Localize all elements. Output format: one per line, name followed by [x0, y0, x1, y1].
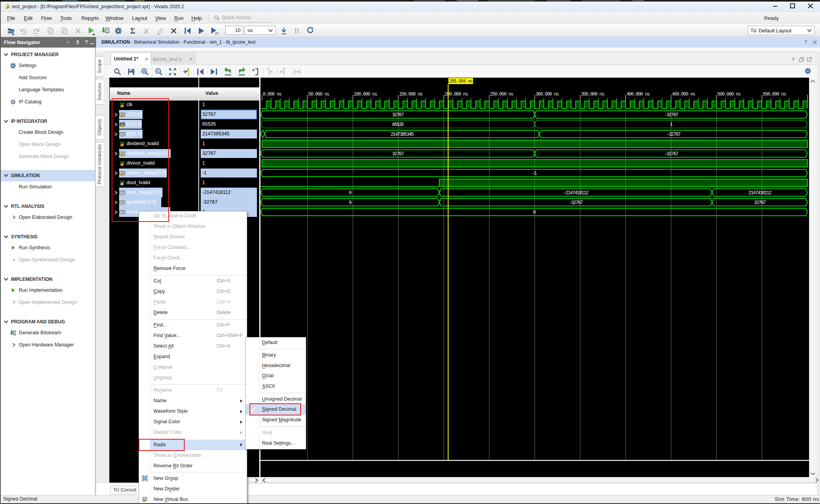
svg-text:?: ?	[85, 39, 88, 45]
svg-text:205.004 ns: 205.004 ns	[449, 79, 472, 84]
svg-text:0.000 ns: 0.000 ns	[263, 92, 282, 97]
svg-text:-2147418112: -2147418112	[563, 190, 588, 196]
svg-text:-1: -1	[532, 171, 537, 176]
svg-text:500.000 ns: 500.000 ns	[717, 92, 741, 97]
svg-text:32767: 32767	[392, 112, 404, 118]
svg-text:-32767: -32767	[664, 151, 678, 157]
svg-text:10: 10	[106, 31, 108, 33]
svg-text:-32767: -32767	[667, 132, 681, 137]
svg-text:2147385345: 2147385345	[390, 132, 414, 137]
svg-text:(T): (T)	[215, 32, 219, 35]
svg-text:2147418112: 2147418112	[749, 190, 772, 196]
svg-text:65535: 65535	[392, 122, 404, 128]
svg-text:32767: 32767	[754, 200, 766, 206]
svg-text:-32767: -32767	[569, 200, 583, 206]
svg-text:100.000 ns: 100.000 ns	[354, 92, 377, 97]
svg-text:50.000 ns: 50.000 ns	[308, 92, 329, 97]
svg-text:-32767: -32767	[664, 112, 678, 118]
svg-text:400.000 ns: 400.000 ns	[626, 92, 650, 97]
svg-text:550.000 ns: 550.000 ns	[763, 92, 786, 97]
svg-text:32767: 32767	[392, 151, 404, 157]
svg-text:450.000 ns: 450.000 ns	[672, 92, 695, 97]
svg-text:Σ: Σ	[130, 27, 135, 35]
svg-text:350.000 ns: 350.000 ns	[581, 92, 604, 97]
svg-text:300.000 ns: 300.000 ns	[535, 92, 559, 97]
svg-text:10: 10	[14, 333, 16, 335]
svg-text:250.000 ns: 250.000 ns	[490, 92, 513, 97]
svg-text:150.000 ns: 150.000 ns	[399, 92, 422, 97]
